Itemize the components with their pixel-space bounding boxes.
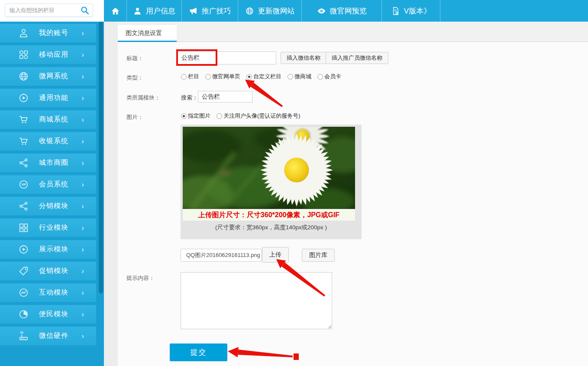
main-panel: 图文消息设置 标题： 插入微信名称 插入推广员微信名称 类型： 栏目 微官网单页… bbox=[118, 22, 588, 366]
search-input[interactable] bbox=[5, 4, 79, 16]
top-nav: 用户信息 推广技巧 更新微网站 微官网预览 V版本》 bbox=[104, 0, 588, 22]
sidebar-item-interactive-module[interactable]: 互动模块› bbox=[0, 283, 96, 302]
nav-label: 用户信息 bbox=[146, 6, 175, 16]
insert-wechat-name-button[interactable]: 插入微信名称 bbox=[281, 52, 326, 64]
sidebar-item-convenience-module[interactable]: 便民模块› bbox=[0, 305, 96, 324]
nav-label: 微官网预览 bbox=[330, 6, 367, 16]
sidebar-item-promotion-module[interactable]: 促销模块› bbox=[0, 262, 96, 280]
search-icon[interactable] bbox=[80, 6, 90, 15]
nav-label: 推广技巧 bbox=[202, 6, 231, 16]
chevron-right-icon: › bbox=[81, 289, 84, 297]
hint-label: 提示内容： bbox=[126, 274, 155, 282]
sidebar-item-distribution-module[interactable]: 分销模块› bbox=[0, 197, 96, 215]
module-search-input[interactable] bbox=[198, 91, 252, 103]
sidebar-item-city-business[interactable]: 城市商圈› bbox=[0, 154, 96, 172]
image-gallery-button[interactable]: 图片库 bbox=[302, 249, 335, 262]
nav-promo-tips[interactable]: 推广技巧 bbox=[182, 0, 238, 22]
hint-textarea[interactable] bbox=[181, 272, 332, 329]
tab-bar bbox=[118, 22, 588, 42]
megaphone-icon bbox=[189, 6, 198, 16]
sidebar-item-industry-module[interactable]: 行业模块› bbox=[0, 218, 96, 237]
nav-update-microsite[interactable]: 更新微网站 bbox=[238, 0, 302, 22]
title-label: 标题： bbox=[126, 55, 143, 62]
sidebar-item-wechat-hardware[interactable]: 微信硬件› bbox=[0, 327, 96, 345]
sidebar-item-label: 互动模块 bbox=[39, 288, 68, 297]
sidebar-search-area bbox=[0, 0, 104, 22]
sidebar-item-label: 促销模块 bbox=[39, 266, 68, 276]
image-radio-group: 指定图片 关注用户头像(需认证的服务号) bbox=[181, 112, 300, 120]
nav-label: 更新微网站 bbox=[258, 6, 295, 16]
chevron-right-icon: › bbox=[81, 159, 84, 167]
sidebar-item-label: 收银系统 bbox=[39, 137, 68, 146]
chevron-right-icon: › bbox=[81, 29, 84, 38]
sidebar-item-general-functions[interactable]: 通用功能› bbox=[0, 89, 96, 107]
upload-button[interactable]: 上传 bbox=[262, 247, 289, 263]
user-icon bbox=[133, 6, 142, 16]
sidebar-item-label: 微网系统 bbox=[39, 72, 68, 81]
sidebar-scrollbar[interactable] bbox=[99, 22, 103, 293]
radio-icon[interactable] bbox=[317, 74, 323, 80]
sidebar-item-member-system[interactable]: 会员系统› bbox=[0, 175, 96, 194]
radio-icon[interactable] bbox=[288, 74, 293, 80]
cart-icon bbox=[18, 136, 29, 147]
radio-follower-avatar[interactable]: 关注用户头像(需认证的服务号) bbox=[216, 112, 300, 120]
sidebar-item-display-module[interactable]: 展示模块› bbox=[0, 240, 96, 259]
chevron-right-icon: › bbox=[81, 137, 84, 146]
radio-icon[interactable] bbox=[246, 74, 252, 80]
radio-micromall[interactable]: 微商城 bbox=[288, 73, 311, 80]
search-box bbox=[5, 3, 93, 17]
radio-specified-image[interactable]: 指定图片 bbox=[181, 112, 210, 120]
radio-icon[interactable] bbox=[205, 74, 211, 80]
nav-home[interactable] bbox=[104, 0, 127, 22]
type-label: 类型： bbox=[126, 74, 143, 82]
share-icon bbox=[18, 157, 29, 168]
apps-icon bbox=[18, 49, 29, 60]
sidebar-item-label: 移动应用 bbox=[39, 50, 68, 59]
radio-microsite-page[interactable]: 微官网单页 bbox=[205, 73, 240, 80]
chevron-right-icon: › bbox=[81, 245, 84, 254]
module-label: 类所属模块： bbox=[126, 94, 160, 102]
chevron-right-icon: › bbox=[81, 72, 84, 81]
radio-icon[interactable] bbox=[181, 113, 187, 119]
router-icon bbox=[18, 331, 29, 341]
sidebar-item-microweb-system[interactable]: 微网系统› bbox=[0, 67, 96, 86]
sidebar-item-label: 分销模块 bbox=[39, 202, 68, 211]
sidebar-item-cashier-system[interactable]: 收银系统› bbox=[0, 132, 96, 151]
grid-icon bbox=[18, 222, 29, 233]
radio-label: 会员卡 bbox=[324, 73, 341, 80]
sidebar-item-label: 商城系统 bbox=[39, 115, 68, 124]
nav-user-info[interactable]: 用户信息 bbox=[127, 0, 182, 22]
chevron-right-icon: › bbox=[81, 180, 84, 189]
nav-microsite-preview[interactable]: 微官网预览 bbox=[302, 0, 382, 22]
chevron-right-icon: › bbox=[81, 116, 84, 124]
file-name-box: QQ图片20160629161113.png bbox=[181, 249, 262, 262]
tag-icon bbox=[18, 266, 29, 276]
title-input[interactable] bbox=[178, 51, 276, 64]
sidebar-item-my-account[interactable]: 我的账号› bbox=[0, 24, 96, 42]
image-preview-container: 上传图片尺寸：尺寸360*200像素，JPG或GIF (尺寸要求：宽360px，… bbox=[181, 125, 362, 239]
radio-icon[interactable] bbox=[181, 74, 187, 80]
radio-member-card[interactable]: 会员卡 bbox=[317, 73, 341, 80]
sidebar-item-mall-system[interactable]: 商城系统› bbox=[0, 110, 96, 129]
nav-v-version[interactable]: V版本》 bbox=[382, 0, 440, 22]
play-circle-icon bbox=[18, 93, 29, 103]
radio-label: 微官网单页 bbox=[212, 73, 240, 80]
tab-label: 图文消息设置 bbox=[126, 29, 162, 36]
app-window: 用户信息 推广技巧 更新微网站 微官网预览 V版本》 我的账号› 移动应用› 微… bbox=[0, 0, 588, 366]
eye-icon bbox=[317, 6, 326, 16]
vip-icon bbox=[18, 179, 29, 190]
nav-label: V版本》 bbox=[404, 6, 431, 16]
submit-button[interactable]: 提交 bbox=[170, 344, 227, 361]
radio-icon[interactable] bbox=[216, 113, 222, 119]
radio-column[interactable]: 栏目 bbox=[181, 73, 199, 80]
sidebar-item-mobile-apps[interactable]: 移动应用› bbox=[0, 45, 96, 64]
insert-promoter-wechat-name-button[interactable]: 插入推广员微信名称 bbox=[326, 52, 388, 64]
sidebar-item-label: 行业模块 bbox=[39, 223, 68, 232]
chevron-right-icon: › bbox=[81, 267, 84, 276]
radio-label: 栏目 bbox=[188, 73, 199, 80]
radio-custom-column[interactable]: 自定义栏目 bbox=[246, 73, 281, 80]
cart-icon bbox=[18, 114, 29, 125]
sidebar-item-label: 会员系统 bbox=[39, 180, 68, 189]
chart-icon bbox=[18, 287, 29, 298]
tab-image-text-settings[interactable]: 图文消息设置 bbox=[118, 25, 177, 42]
